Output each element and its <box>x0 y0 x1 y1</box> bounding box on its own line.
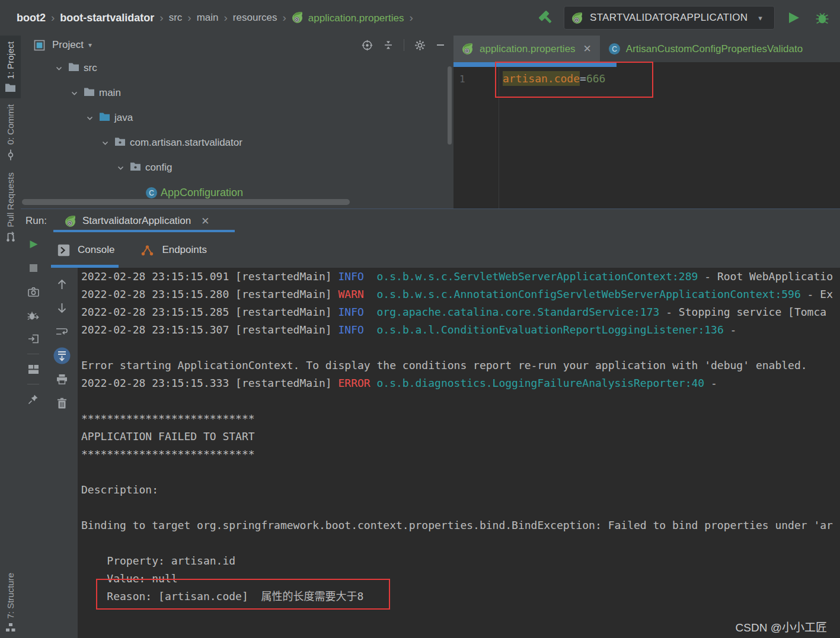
collapse-all-icon[interactable] <box>383 40 394 50</box>
main-toolbar: boot2›boot-startvalidator›src›main›resou… <box>0 0 840 36</box>
console-text-plain: - Ex <box>801 288 833 300</box>
stripe-button--commit[interactable]: 0: Commit <box>0 98 21 166</box>
run-configuration-select[interactable]: STARTVALIDATORAPPLICATION ▾ <box>564 6 775 30</box>
console-text-plain <box>364 306 377 318</box>
tree-row-com-artisan-startvalidator[interactable]: com.artisan.startvalidator <box>21 130 453 155</box>
console-line: Property: artisan.id <box>78 552 840 570</box>
console-text-plain: - <box>724 323 743 336</box>
editor-tab-label: application.properties <box>480 43 576 55</box>
breadcrumb-separator-icon: › <box>51 11 55 24</box>
console-text-plain: Description: <box>81 483 158 496</box>
run-exit-button[interactable] <box>21 327 46 351</box>
console-line: Value: null <box>78 570 840 588</box>
chevron-down-icon[interactable] <box>55 65 63 72</box>
chevron-down-icon[interactable] <box>86 114 94 122</box>
breadcrumb-item[interactable]: main <box>197 12 219 24</box>
run-pin-button[interactable] <box>21 387 46 411</box>
console-text-logger: o.s.b.w.s.c.AnnotationConfigServletWebSe… <box>377 288 801 300</box>
view-tab-console[interactable]: Console <box>58 244 114 257</box>
project-panel-title[interactable]: Project <box>52 39 84 51</box>
watermark: CSDN @小小工匠 <box>736 618 827 634</box>
spring-boot-icon <box>462 43 474 55</box>
toolbar-divider <box>27 384 39 384</box>
code-line[interactable]: artisan.code=666 <box>503 70 605 87</box>
tree-row-main[interactable]: main <box>21 81 453 105</box>
chevron-down-icon[interactable]: ▾ <box>88 41 92 49</box>
close-icon[interactable]: ✕ <box>583 43 592 55</box>
tree-node-label: config <box>145 155 172 180</box>
run-redebug-button[interactable] <box>21 303 46 327</box>
divider <box>404 39 404 51</box>
chevron-down-icon[interactable] <box>101 139 109 147</box>
console-line: 2022-02-28 23:15:15.091 [restartedMain] … <box>78 268 840 286</box>
console-text-plain: APPLICATION FAILED TO START <box>81 430 255 443</box>
console-printer-button[interactable] <box>46 367 78 391</box>
editor-body[interactable]: 1 artisan.code=666 <box>453 67 840 209</box>
console-text-plain: 2022-02-28 23:15:15.285 [restartedMain] <box>81 306 338 318</box>
stripe-button--structure[interactable]: 7: Structure <box>0 567 21 638</box>
chevron-down-icon: ▾ <box>758 14 762 23</box>
stripe-button-label: 7: Structure <box>5 573 15 619</box>
breadcrumb: boot2›boot-startvalidator›src›main›resou… <box>17 11 419 24</box>
editor-tab-application-properties[interactable]: application.properties✕ <box>453 36 600 62</box>
folder-icon <box>5 83 16 92</box>
console-text-plain: Binding to target org.springframework.bo… <box>81 519 833 531</box>
chevron-down-icon[interactable] <box>117 164 124 172</box>
gear-icon[interactable] <box>414 40 426 51</box>
console-line: Description: <box>78 481 840 499</box>
editor-tab-artisancustomconfigpropertiesvalidato[interactable]: CArtisanCustomConfigPropertiesValidato <box>600 36 811 62</box>
run-panel-body: ConsoleEndpoints 2022-02-28 23:15:15.091… <box>21 232 840 638</box>
horizontal-scrollbar[interactable] <box>22 199 350 205</box>
debug-button[interactable] <box>813 8 832 27</box>
console-text-plain: *************************** <box>81 412 255 425</box>
redebug-icon <box>27 310 39 321</box>
console-arrow-up-button[interactable] <box>46 272 78 296</box>
stripe-button-label: Pull Requests <box>5 172 15 227</box>
tree-row-src[interactable]: src <box>21 56 453 81</box>
breadcrumb-item[interactable]: application.properties <box>292 11 404 24</box>
commit-icon <box>5 149 16 161</box>
console-text-logger: o.s.b.w.s.c.ServletWebServerApplicationC… <box>377 270 698 283</box>
breadcrumb-separator-icon: › <box>224 11 228 24</box>
softwrap-icon <box>56 327 68 336</box>
hide-panel-icon[interactable] <box>436 40 445 50</box>
run-tab[interactable]: StartvalidatorApplication ✕ <box>65 215 210 227</box>
locate-file-icon[interactable] <box>362 40 373 51</box>
console-trash-button[interactable] <box>46 391 78 415</box>
run-configuration-name: STARTVALIDATORAPPLICATION <box>590 12 748 24</box>
endpoints-icon <box>140 244 154 257</box>
breadcrumb-item[interactable]: resources <box>233 12 277 24</box>
run-layout-button[interactable] <box>21 357 46 381</box>
breadcrumb-separator-icon: › <box>283 11 286 24</box>
run-button[interactable] <box>784 8 803 27</box>
run-camera-button[interactable] <box>21 280 46 303</box>
rerun-icon <box>28 239 39 249</box>
close-icon[interactable]: ✕ <box>201 215 209 227</box>
view-tab-endpoints[interactable]: Endpoints <box>140 244 207 257</box>
breadcrumb-item[interactable]: boot2 <box>17 12 46 24</box>
stripe-button-pull-requests[interactable]: Pull Requests <box>0 166 21 249</box>
breadcrumb-item[interactable]: src <box>169 12 183 24</box>
tree-row-config[interactable]: config <box>21 155 453 180</box>
console-text-plain <box>371 377 377 389</box>
console-arrow-down-button[interactable] <box>46 296 78 320</box>
console-line: 2022-02-28 23:15:15.280 [restartedMain] … <box>78 286 840 303</box>
chevron-down-icon[interactable] <box>71 89 78 97</box>
console-output[interactable]: 2022-02-28 23:15:15.091 [restartedMain] … <box>78 268 840 638</box>
console-line: *************************** <box>78 410 840 428</box>
breadcrumb-item[interactable]: boot-startvalidator <box>60 12 154 24</box>
vertical-scrollbar[interactable] <box>448 66 452 145</box>
stripe-button--project[interactable]: 1: Project <box>0 36 21 98</box>
console-scroll-end-button[interactable] <box>46 344 78 367</box>
structure-icon <box>6 623 15 632</box>
console-text-info: INFO <box>338 323 363 336</box>
run-stop-button[interactable] <box>21 256 46 280</box>
console-text-plain: - Root WebApplicatio <box>698 270 833 283</box>
run-rerun-button[interactable] <box>21 232 46 256</box>
console-toolbar <box>46 268 78 638</box>
tree-row-java[interactable]: java <box>21 105 453 130</box>
build-hammer-icon[interactable] <box>535 8 554 27</box>
stripe-button-label: 1: Project <box>5 41 15 79</box>
console-softwrap-button[interactable] <box>46 320 78 344</box>
project-tool-icon <box>34 40 45 51</box>
